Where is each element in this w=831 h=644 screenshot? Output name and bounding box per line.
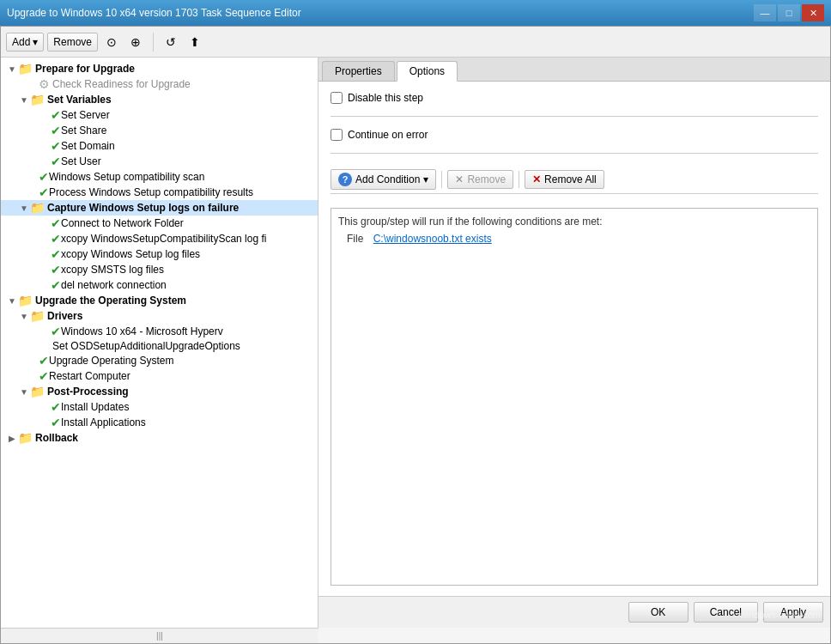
expand-setvars[interactable]: ▼ [18, 95, 30, 105]
tree-item-osd-options[interactable]: Set OSDSetupAdditionalUpgradeOptions [1, 339, 318, 353]
expand-rollback[interactable]: ▶ [6, 434, 18, 443]
tree-label-post: Post-Processing [47, 386, 129, 398]
minimize-button[interactable]: — [754, 4, 776, 21]
tab-options[interactable]: Options [397, 61, 458, 82]
tree-item-rollback[interactable]: ▶ 📁 Rollback [1, 430, 318, 446]
check-icon-xcopy-smsts: ✔ [51, 263, 61, 276]
condition-file-link[interactable]: C:\windowsnoob.txt exists [373, 233, 492, 245]
add-button[interactable]: Add ▾ [6, 33, 44, 52]
tree-item-del-network[interactable]: ✔ del network connection [1, 277, 318, 293]
tree-panel[interactable]: ▼ 📁 Prepare for Upgrade ⚙ Check Readines… [1, 58, 318, 628]
tree-label-upgrade-step: Upgrade Operating System [49, 355, 173, 367]
title-bar: Upgrade to Windows 10 x64 version 1703 T… [0, 0, 831, 26]
expand-prepare[interactable]: ▼ [6, 64, 18, 74]
tree-label-prepare: Prepare for Upgrade [35, 63, 135, 75]
move-up-button[interactable]: ⬆ [185, 32, 205, 52]
tree-item-install-updates[interactable]: ✔ Install Updates [1, 399, 318, 415]
tree-item-set-variables[interactable]: ▼ 📁 Set Variables [1, 92, 318, 107]
tree-item-xcopy-smsts[interactable]: ✔ xcopy SMSTS log files [1, 262, 318, 277]
tree-label-server: Set Server [61, 109, 110, 121]
check-icon-xcopy-compat: ✔ [51, 232, 61, 246]
remove-all-button[interactable]: ✕ Remove All [525, 170, 604, 189]
check-icon-compat: ✔ [39, 170, 49, 184]
add-condition-label: Add Condition [355, 173, 420, 185]
tree-item-post[interactable]: ▼ 📁 Post-Processing [1, 384, 318, 399]
tree-item-upgrade-os-step[interactable]: ✔ Upgrade Operating System [1, 353, 318, 368]
check-icon-del: ✔ [51, 278, 61, 292]
tree-label-rollback: Rollback [35, 432, 78, 444]
divider-1 [331, 116, 818, 117]
refresh-button[interactable]: ↺ [161, 32, 181, 52]
tree-item-upgrade-os[interactable]: ▼ 📁 Upgrade the Operating System [1, 293, 318, 308]
continue-error-checkbox[interactable] [331, 129, 343, 141]
tree-item-set-share[interactable]: ✔ Set Share [1, 123, 318, 138]
tree-scrollbar[interactable]: ||| [1, 628, 318, 643]
tree-item-prepare[interactable]: ▼ 📁 Prepare for Upgrade [1, 61, 318, 76]
collapse-button[interactable]: ⊙ [101, 32, 122, 52]
remove-label: Remove [53, 36, 92, 48]
close-button[interactable]: ✕ [802, 4, 824, 21]
right-panel: Properties Options Disable this step [318, 58, 830, 628]
apply-button[interactable]: Apply [763, 602, 823, 623]
tree-item-compat-results[interactable]: ✔ Process Windows Setup compatibility re… [1, 185, 318, 200]
tree-item-xcopy-setup[interactable]: ✔ xcopy Windows Setup log files [1, 246, 318, 262]
add-label: Add [12, 36, 30, 48]
tree-label-domain: Set Domain [61, 140, 115, 152]
check-icon-results: ✔ [39, 185, 49, 199]
condition-file-label: File [347, 233, 363, 245]
toolbar-separator [153, 33, 154, 52]
tab-options-label: Options [409, 65, 445, 77]
window-controls: — □ ✕ [754, 4, 824, 21]
expand-button[interactable]: ⊕ [125, 32, 146, 52]
footer: OK Cancel Apply [318, 596, 830, 628]
tree-item-check-readiness[interactable]: ⚙ Check Readiness for Upgrade [1, 76, 318, 92]
tree-label-restart: Restart Computer [49, 370, 130, 382]
conditions-toolbar: ? Add Condition ▾ ✕ Remove ✕ Remove Al [331, 166, 818, 194]
tree-item-compat-scan[interactable]: ✔ Windows Setup compatibility scan [1, 169, 318, 185]
check-icon-connect: ✔ [51, 216, 61, 230]
tree-item-set-user[interactable]: ✔ Set User [1, 154, 318, 169]
check-icon-server: ✔ [51, 108, 61, 122]
tree-label-del: del network connection [61, 279, 167, 291]
continue-error-label[interactable]: Continue on error [348, 129, 428, 141]
scroll-indicator: ||| [156, 631, 163, 641]
check-icon-domain: ✔ [51, 139, 61, 153]
tree-item-set-server[interactable]: ✔ Set Server [1, 107, 318, 123]
tree-item-connect-network[interactable]: ✔ Connect to Network Folder [1, 216, 318, 231]
folder-icon-capture: 📁 [30, 201, 45, 215]
expand-post[interactable]: ▼ [18, 387, 30, 397]
tree-item-capture-logs[interactable]: ▼ 📁 Capture Windows Setup logs on failur… [1, 200, 318, 216]
remove-condition-label: Remove [467, 173, 506, 185]
tree-item-set-domain[interactable]: ✔ Set Domain [1, 138, 318, 154]
disable-step-label[interactable]: Disable this step [348, 92, 423, 104]
tree-label-compat: Windows Setup compatibility scan [49, 171, 204, 183]
tab-properties-label: Properties [335, 65, 382, 77]
expand-capture[interactable]: ▼ [18, 204, 30, 213]
tree-item-restart[interactable]: ✔ Restart Computer [1, 368, 318, 384]
conditions-description: This group/step will run if the followin… [338, 216, 810, 228]
remove-all-label: Remove All [544, 173, 597, 185]
ok-button[interactable]: OK [628, 602, 688, 623]
toolbar: Add ▾ Remove ⊙ ⊕ ↺ ⬆ [1, 27, 830, 58]
check-icon-user: ✔ [51, 155, 61, 168]
maximize-button[interactable]: □ [778, 4, 800, 21]
tree-item-hyperv[interactable]: ✔ Windows 10 x64 - Microsoft Hyperv [1, 324, 318, 339]
remove-condition-button[interactable]: ✕ Remove [447, 170, 513, 189]
check-icon-xcopy-setup: ✔ [51, 247, 61, 261]
tree-item-xcopy-compat[interactable]: ✔ xcopy WindowsSetupCompatibilityScan lo… [1, 231, 318, 246]
tree-item-drivers[interactable]: ▼ 📁 Drivers [1, 308, 318, 324]
folder-icon-upgrade: 📁 [18, 294, 33, 307]
remove-button[interactable]: Remove [47, 33, 98, 52]
add-condition-button[interactable]: ? Add Condition ▾ [331, 169, 436, 190]
expand-drivers[interactable]: ▼ [18, 312, 30, 321]
tree-label-user: Set User [61, 155, 101, 167]
check-icon-share: ✔ [51, 124, 61, 137]
tree-item-install-apps[interactable]: ✔ Install Applications [1, 415, 318, 430]
tree-label-share: Set Share [61, 125, 106, 137]
tree-label-apps: Install Applications [61, 416, 146, 428]
cond-separator-1 [441, 171, 442, 188]
cancel-button[interactable]: Cancel [694, 602, 758, 623]
expand-upgrade[interactable]: ▼ [6, 296, 18, 306]
tab-properties[interactable]: Properties [322, 61, 395, 81]
disable-step-checkbox[interactable] [331, 92, 343, 104]
